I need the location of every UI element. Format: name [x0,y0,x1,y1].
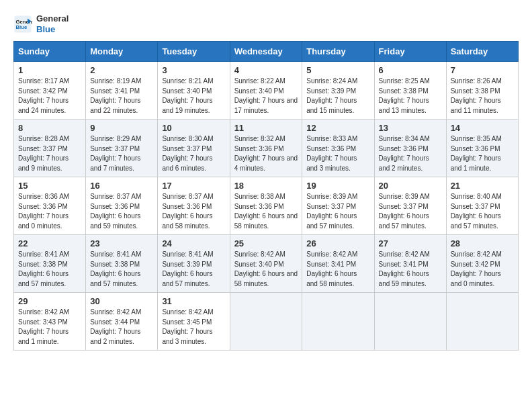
calendar-cell: 8 Sunrise: 8:28 AM Sunset: 3:37 PM Dayli… [14,120,86,177]
cell-info: Sunrise: 8:38 AM Sunset: 3:36 PM Dayligh… [234,192,298,231]
sunrise-label: Sunrise: 8:42 AM [90,308,141,316]
sunset-label: Sunset: 3:42 PM [451,261,500,268]
calendar-cell: 7 Sunrise: 8:26 AM Sunset: 3:38 PM Dayli… [446,62,518,120]
calendar-cell: 26 Sunrise: 8:42 AM Sunset: 3:41 PM Dayl… [302,235,374,293]
calendar-cell: 10 Sunrise: 8:30 AM Sunset: 3:37 PM Dayl… [158,120,230,177]
col-header-saturday: Saturday [446,42,518,62]
sunrise-label: Sunrise: 8:42 AM [379,250,430,258]
day-number: 20 [379,181,442,191]
sunset-label: Sunset: 3:38 PM [379,87,429,95]
sunrise-label: Sunrise: 8:17 AM [18,77,69,85]
day-number: 19 [306,181,369,191]
daylight-label: Daylight: 7 hours and 6 minutes. [162,154,212,172]
sunset-label: Sunset: 3:36 PM [162,203,212,210]
sunrise-label: Sunrise: 8:19 AM [90,77,141,85]
cell-info: Sunrise: 8:42 AM Sunset: 3:44 PM Dayligh… [90,308,153,347]
cell-info: Sunrise: 8:25 AM Sunset: 3:38 PM Dayligh… [379,77,442,116]
day-number: 22 [18,238,81,248]
daylight-label: Daylight: 7 hours and 11 minutes. [451,97,501,114]
sunset-label: Sunset: 3:37 PM [162,145,212,152]
daylight-label: Daylight: 6 hours and 58 minutes. [234,212,298,230]
cell-info: Sunrise: 8:42 AM Sunset: 3:41 PM Dayligh… [379,250,442,289]
day-number: 31 [162,296,225,306]
calendar-cell: 17 Sunrise: 8:37 AM Sunset: 3:36 PM Dayl… [158,177,230,235]
sunset-label: Sunset: 3:36 PM [234,203,284,210]
day-number: 3 [162,65,225,75]
cell-info: Sunrise: 8:32 AM Sunset: 3:36 PM Dayligh… [234,134,298,173]
sunset-label: Sunset: 3:36 PM [90,203,140,210]
daylight-label: Daylight: 6 hours and 57 minutes. [90,270,140,287]
sunrise-label: Sunrise: 8:22 AM [234,77,285,85]
calendar-cell: 9 Sunrise: 8:29 AM Sunset: 3:37 PM Dayli… [86,120,158,177]
calendar-cell: 12 Sunrise: 8:33 AM Sunset: 3:36 PM Dayl… [302,120,374,177]
daylight-label: Daylight: 7 hours and 13 minutes. [379,97,429,114]
sunset-label: Sunset: 3:36 PM [18,203,68,210]
sunrise-label: Sunrise: 8:25 AM [379,77,430,85]
calendar-cell: 4 Sunrise: 8:22 AM Sunset: 3:40 PM Dayli… [230,62,302,120]
cell-info: Sunrise: 8:19 AM Sunset: 3:41 PM Dayligh… [90,77,153,116]
sunrise-label: Sunrise: 8:42 AM [162,308,213,316]
sunset-label: Sunset: 3:38 PM [451,87,500,95]
daylight-label: Daylight: 7 hours and 2 minutes. [379,154,429,172]
daylight-label: Daylight: 7 hours and 1 minute. [451,154,501,172]
daylight-label: Daylight: 6 hours and 57 minutes. [451,212,501,230]
calendar-cell: 21 Sunrise: 8:40 AM Sunset: 3:37 PM Dayl… [446,177,518,235]
daylight-label: Daylight: 7 hours and 15 minutes. [306,97,357,114]
day-number: 28 [451,238,514,248]
cell-info: Sunrise: 8:37 AM Sunset: 3:36 PM Dayligh… [162,192,225,231]
sunrise-label: Sunrise: 8:40 AM [451,193,502,200]
calendar-cell: 16 Sunrise: 8:37 AM Sunset: 3:36 PM Dayl… [86,177,158,235]
sunset-label: Sunset: 3:36 PM [306,145,356,152]
page: General Blue General Blue SundayMondayTu… [0,0,532,364]
col-header-tuesday: Tuesday [158,42,230,62]
calendar-cell: 25 Sunrise: 8:42 AM Sunset: 3:40 PM Dayl… [230,235,302,293]
day-number: 13 [379,123,442,133]
day-number: 10 [162,123,225,133]
sunrise-label: Sunrise: 8:36 AM [18,193,69,200]
day-number: 26 [306,238,369,248]
logo-general: General [36,13,69,24]
cell-info: Sunrise: 8:41 AM Sunset: 3:39 PM Dayligh… [162,250,225,289]
sunset-label: Sunset: 3:41 PM [90,87,140,95]
calendar-cell: 5 Sunrise: 8:24 AM Sunset: 3:39 PM Dayli… [302,62,374,120]
sunrise-label: Sunrise: 8:42 AM [306,250,357,258]
sunset-label: Sunset: 3:42 PM [18,87,68,95]
sunrise-label: Sunrise: 8:30 AM [162,135,213,142]
calendar-cell: 13 Sunrise: 8:34 AM Sunset: 3:36 PM Dayl… [374,120,446,177]
cell-info: Sunrise: 8:42 AM Sunset: 3:40 PM Dayligh… [234,250,298,289]
calendar-cell [230,293,302,351]
cell-info: Sunrise: 8:41 AM Sunset: 3:38 PM Dayligh… [18,250,81,289]
calendar-cell: 22 Sunrise: 8:41 AM Sunset: 3:38 PM Dayl… [14,235,86,293]
sunrise-label: Sunrise: 8:39 AM [306,193,357,200]
calendar-header-row: SundayMondayTuesdayWednesdayThursdayFrid… [14,42,519,62]
day-number: 9 [90,123,153,133]
day-number: 27 [379,238,442,248]
day-number: 4 [234,65,298,75]
cell-info: Sunrise: 8:34 AM Sunset: 3:36 PM Dayligh… [379,134,442,173]
cell-info: Sunrise: 8:37 AM Sunset: 3:36 PM Dayligh… [90,192,153,231]
cell-info: Sunrise: 8:39 AM Sunset: 3:37 PM Dayligh… [379,192,442,231]
day-number: 15 [18,181,81,191]
logo-blue: Blue [36,24,69,35]
cell-info: Sunrise: 8:36 AM Sunset: 3:36 PM Dayligh… [18,192,81,231]
calendar-week-row: 1 Sunrise: 8:17 AM Sunset: 3:42 PM Dayli… [14,62,519,120]
daylight-label: Daylight: 7 hours and 24 minutes. [18,97,69,114]
cell-info: Sunrise: 8:21 AM Sunset: 3:40 PM Dayligh… [162,77,225,116]
daylight-label: Daylight: 7 hours and 7 minutes. [90,154,140,172]
calendar-cell: 18 Sunrise: 8:38 AM Sunset: 3:36 PM Dayl… [230,177,302,235]
sunset-label: Sunset: 3:45 PM [162,318,212,326]
sunset-label: Sunset: 3:39 PM [306,87,356,95]
calendar-cell: 11 Sunrise: 8:32 AM Sunset: 3:36 PM Dayl… [230,120,302,177]
cell-info: Sunrise: 8:39 AM Sunset: 3:37 PM Dayligh… [306,192,369,231]
cell-info: Sunrise: 8:35 AM Sunset: 3:36 PM Dayligh… [451,134,514,173]
calendar-cell: 2 Sunrise: 8:19 AM Sunset: 3:41 PM Dayli… [86,62,158,120]
calendar-cell [446,293,518,351]
daylight-label: Daylight: 6 hours and 58 minutes. [162,212,212,230]
calendar-cell [374,293,446,351]
calendar-cell: 6 Sunrise: 8:25 AM Sunset: 3:38 PM Dayli… [374,62,446,120]
daylight-label: Daylight: 7 hours and 17 minutes. [234,97,298,114]
sunset-label: Sunset: 3:41 PM [306,261,356,268]
col-header-friday: Friday [374,42,446,62]
day-number: 2 [90,65,153,75]
day-number: 23 [90,238,153,248]
